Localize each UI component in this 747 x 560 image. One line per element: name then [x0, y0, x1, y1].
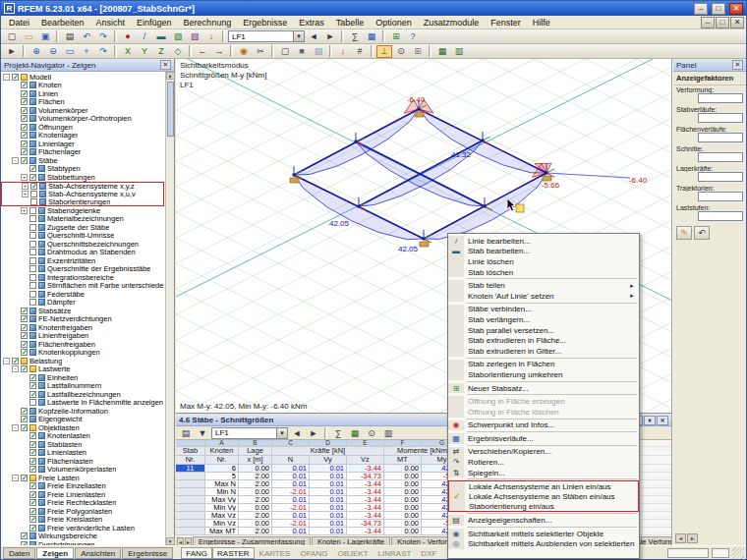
navigator-tab-zeigen[interactable]: Zeigen [36, 547, 74, 559]
table-load-case-combo[interactable]: LF1▼ [211, 427, 288, 439]
expand-icon[interactable]: + [21, 174, 28, 181]
edit-factors-button[interactable]: ✎ [676, 226, 692, 240]
navigator-tab-ansichten[interactable]: Ansichten [75, 547, 121, 559]
row-header-cell[interactable]: 11 [176, 465, 205, 473]
menu-optionen[interactable]: Optionen [370, 17, 418, 28]
next-table-button[interactable]: ► [306, 426, 321, 439]
column-header[interactable]: Vy [310, 456, 347, 465]
tree-item-einheiten[interactable]: ✓Einheiten [1, 373, 164, 382]
print-table-button[interactable]: ▥ [380, 426, 396, 439]
solid-display-button[interactable]: ■ [294, 45, 310, 58]
value-cell[interactable]: 0.01 [272, 528, 310, 535]
value-cell[interactable]: Min Vz [205, 520, 239, 528]
checkbox[interactable]: ✓ [29, 516, 36, 523]
menu-datei[interactable]: Datei [3, 17, 35, 28]
value-cell[interactable]: 0.00 [239, 488, 272, 496]
context-menu-item-neuer-stabsatz[interactable]: ⊞Neuer Stabsatz... [448, 383, 639, 394]
new-node-button[interactable]: ● [120, 30, 136, 43]
value-cell[interactable]: 0.00 [384, 520, 422, 528]
collapse-icon[interactable]: - [3, 358, 10, 364]
select-objects-button[interactable]: ► [4, 45, 20, 58]
context-menu-item-stab-extrudieren-in-fl-che[interactable]: Stab extrudieren in Fläche... [448, 335, 639, 346]
menu-ergebnisse[interactable]: Ergebnisse [237, 17, 293, 28]
checkbox[interactable]: ✓ [21, 308, 28, 314]
context-menu-item-sichtbarkeit-mittels-selektierter-objekte[interactable]: ◉Sichtbarkeit mittels selektierter Objek… [448, 529, 639, 539]
context-menu-item-sichtbarkeit-mittels-ausblenden-von-selektierten-objekten[interactable]: ◎Sichtbarkeit mittels Ausblenden von sel… [448, 538, 639, 549]
add-modules-button[interactable]: ⊞ [388, 30, 404, 43]
tree-item-stab-achsensysteme-x-y-z[interactable]: +✓Stab-Achsensysteme x,y,z [1, 182, 164, 191]
minimize-button[interactable]: – [694, 3, 708, 15]
collapse-icon[interactable]: - [3, 74, 10, 81]
factor-schnitte-input[interactable] [698, 152, 743, 162]
toggle-linrast[interactable]: LINRAST [374, 547, 417, 559]
checkbox[interactable]: ✓ [21, 532, 28, 539]
row-header-cell[interactable] [176, 480, 205, 488]
value-cell[interactable]: 0.01 [310, 488, 347, 496]
column-letter[interactable]: B [239, 440, 272, 447]
row-header-cell[interactable] [176, 520, 205, 528]
menu-bearbeiten[interactable]: Bearbeiten [35, 17, 90, 28]
tree-item-knotenfreigaben[interactable]: ✓Knotenfreigaben [1, 323, 164, 332]
new-surface-button[interactable]: ▨ [170, 30, 186, 43]
tree-item-stabs-tze[interactable]: ✓Stabsätze [1, 307, 164, 315]
context-menu-item-staborientierung-ein-aus[interactable]: Staborientierung ein/aus [448, 502, 639, 513]
rotate-view-button[interactable]: ↷ [95, 45, 111, 58]
row-header-cell[interactable] [176, 504, 205, 512]
help-button[interactable]: ? [405, 30, 421, 43]
context-menu-item-stab-verl-ngern[interactable]: Stab verlängern... [448, 314, 639, 325]
tree-item-freie-einzellasten[interactable]: ✓Freie Einzellasten [1, 482, 164, 491]
previous-load-case-button[interactable]: ◄ [306, 30, 321, 43]
tree-item-kopfzeile-information[interactable]: ✓Kopfzeile-Information [1, 407, 164, 416]
tree-item-querschnittsbezeichnungen[interactable]: Querschnittsbezeichnungen [1, 240, 164, 249]
checkbox[interactable]: ✓ [30, 183, 37, 190]
value-cell[interactable]: 0.01 [310, 465, 347, 473]
view-z-button[interactable]: Z [153, 45, 169, 58]
value-cell[interactable]: -2.01 [272, 504, 310, 512]
checkbox[interactable] [29, 274, 36, 281]
column-group-header[interactable]: Stab [176, 447, 205, 456]
mdi-minimize-button[interactable]: – [701, 17, 715, 28]
checkbox[interactable] [29, 399, 36, 406]
checkbox[interactable]: ✓ [21, 416, 28, 422]
zoom-window-button[interactable]: ▭ [62, 45, 78, 58]
previous-table-button[interactable]: ◄ [289, 426, 305, 439]
value-cell[interactable]: Min N [205, 488, 239, 496]
context-menu-item-lokale-achsensysteme-an-linien-ein-aus[interactable]: Lokale Achsensysteme an Linien ein/aus [448, 480, 639, 491]
value-cell[interactable]: -3.44 [347, 480, 384, 488]
value-cell[interactable]: 0.01 [310, 504, 347, 512]
toggle-objekt[interactable]: OBJEKT [332, 547, 373, 559]
tree-item-fe-netzverdichtungen[interactable]: ✓FE-Netzverdichtungen [1, 315, 164, 324]
navigator-close-icon[interactable]: ✕ [160, 60, 171, 70]
context-menu-item-stab-parallel-versetzen[interactable]: Stab parallel versetzen... [448, 325, 639, 336]
context-menu-item-lokale-achsensysteme-an-st-ben-ein-aus[interactable]: ✓Lokale Achsensysteme an Stäben ein/aus [448, 491, 639, 502]
value-cell[interactable]: -3.44 [347, 488, 384, 496]
new-solid-button[interactable]: ▧ [187, 30, 202, 43]
context-menu-item-stab-teilen[interactable]: Stab teilen► [448, 280, 639, 291]
checkbox[interactable]: ✓ [21, 98, 28, 105]
scrollbar-thumb[interactable] [167, 82, 174, 137]
value-cell[interactable]: 0.00 [384, 488, 422, 496]
tree-item-st-be[interactable]: -✓Stäbe [1, 156, 164, 165]
checkbox[interactable]: ✓ [29, 391, 36, 398]
checkbox[interactable] [29, 241, 36, 248]
value-cell[interactable]: -3.44 [347, 496, 384, 504]
checkbox[interactable] [29, 265, 36, 272]
snap-settings-button[interactable]: ⊙ [393, 45, 409, 58]
menu-fenster[interactable]: Fenster [485, 17, 527, 28]
checkbox[interactable]: ✓ [29, 508, 36, 515]
next-load-case-button[interactable]: ► [322, 30, 338, 43]
visibility-mode-button[interactable]: ◉ [236, 45, 252, 58]
column-letter[interactable]: F [384, 440, 422, 447]
value-cell[interactable]: Max Vy [205, 496, 239, 504]
table-toggle-button[interactable]: ▦ [434, 45, 450, 58]
value-cell[interactable]: 0.00 [384, 496, 422, 504]
export-table-button[interactable]: ▦ [347, 426, 363, 439]
checkbox[interactable]: ✓ [21, 324, 28, 331]
tree-item-fl-chenlager[interactable]: ✓Flächenlager [1, 148, 164, 157]
tree-item-freie-rechtecklasten[interactable]: ✓Freie Rechtecklasten [1, 499, 164, 508]
tree-item-durchdringungen[interactable]: ✓Durchdringungen [1, 540, 164, 545]
menu-zusatzmodule[interactable]: Zusatzmodule [418, 17, 486, 28]
checkbox[interactable]: ✓ [29, 525, 36, 532]
new-file-button[interactable]: ▢ [4, 30, 20, 43]
checkbox[interactable]: ✓ [29, 449, 36, 456]
